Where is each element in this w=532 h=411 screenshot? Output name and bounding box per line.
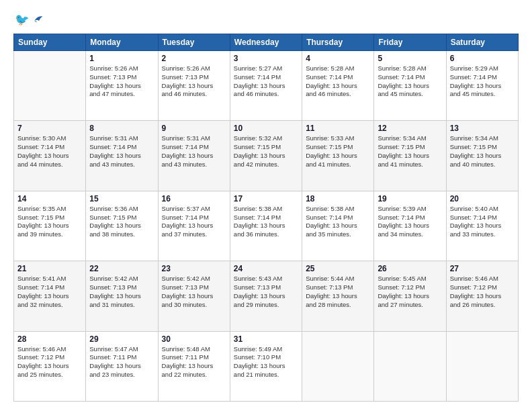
day-number: 9 xyxy=(162,124,226,133)
day-number: 16 xyxy=(162,194,226,203)
weekday-header-wednesday: Wednesday xyxy=(230,34,302,51)
calendar-cell: 15Sunrise: 5:36 AM Sunset: 7:15 PM Dayli… xyxy=(86,191,158,261)
day-info: Sunrise: 5:38 AM Sunset: 7:14 PM Dayligh… xyxy=(306,205,370,239)
day-number: 18 xyxy=(306,194,370,203)
day-info: Sunrise: 5:33 AM Sunset: 7:15 PM Dayligh… xyxy=(306,134,370,169)
calendar-cell: 24Sunrise: 5:43 AM Sunset: 7:13 PM Dayli… xyxy=(230,261,302,331)
calendar-cell: 6Sunrise: 5:29 AM Sunset: 7:14 PM Daylig… xyxy=(446,51,518,121)
svg-text:🐦: 🐦 xyxy=(15,12,28,27)
weekday-header-sunday: Sunday xyxy=(14,34,86,51)
day-info: Sunrise: 5:41 AM Sunset: 7:14 PM Dayligh… xyxy=(17,275,82,309)
day-info: Sunrise: 5:31 AM Sunset: 7:14 PM Dayligh… xyxy=(162,134,226,169)
calendar-cell: 7Sunrise: 5:30 AM Sunset: 7:14 PM Daylig… xyxy=(14,121,86,191)
day-info: Sunrise: 5:31 AM Sunset: 7:14 PM Dayligh… xyxy=(89,134,154,169)
calendar-cell: 9Sunrise: 5:31 AM Sunset: 7:14 PM Daylig… xyxy=(158,121,230,191)
logo-bird-shape xyxy=(31,13,44,26)
day-info: Sunrise: 5:49 AM Sunset: 7:10 PM Dayligh… xyxy=(234,345,298,379)
day-number: 1 xyxy=(89,54,154,63)
day-info: Sunrise: 5:32 AM Sunset: 7:15 PM Dayligh… xyxy=(234,134,298,169)
day-number: 22 xyxy=(89,264,154,273)
calendar-cell: 29Sunrise: 5:47 AM Sunset: 7:11 PM Dayli… xyxy=(86,331,158,401)
day-info: Sunrise: 5:26 AM Sunset: 7:13 PM Dayligh… xyxy=(89,64,154,99)
day-number: 26 xyxy=(378,264,442,273)
calendar-cell: 16Sunrise: 5:37 AM Sunset: 7:14 PM Dayli… xyxy=(158,191,230,261)
day-number: 17 xyxy=(234,194,298,203)
calendar-week-row: 21Sunrise: 5:41 AM Sunset: 7:14 PM Dayli… xyxy=(14,261,519,331)
calendar-cell: 2Sunrise: 5:26 AM Sunset: 7:13 PM Daylig… xyxy=(158,51,230,121)
day-info: Sunrise: 5:40 AM Sunset: 7:14 PM Dayligh… xyxy=(450,205,515,239)
day-number: 11 xyxy=(306,124,370,133)
day-number: 19 xyxy=(378,194,442,203)
day-number: 29 xyxy=(89,334,154,344)
calendar-cell: 18Sunrise: 5:38 AM Sunset: 7:14 PM Dayli… xyxy=(302,191,374,261)
day-number: 30 xyxy=(162,334,226,344)
day-info: Sunrise: 5:39 AM Sunset: 7:14 PM Dayligh… xyxy=(378,205,442,239)
day-info: Sunrise: 5:26 AM Sunset: 7:13 PM Dayligh… xyxy=(162,64,226,99)
calendar-cell: 13Sunrise: 5:34 AM Sunset: 7:15 PM Dayli… xyxy=(446,121,518,191)
day-info: Sunrise: 5:37 AM Sunset: 7:14 PM Dayligh… xyxy=(162,205,226,239)
day-info: Sunrise: 5:34 AM Sunset: 7:15 PM Dayligh… xyxy=(450,134,515,169)
calendar-cell: 14Sunrise: 5:35 AM Sunset: 7:15 PM Dayli… xyxy=(14,191,86,261)
calendar-cell: 25Sunrise: 5:44 AM Sunset: 7:13 PM Dayli… xyxy=(302,261,374,331)
day-info: Sunrise: 5:48 AM Sunset: 7:11 PM Dayligh… xyxy=(162,345,226,379)
calendar-week-row: 7Sunrise: 5:30 AM Sunset: 7:14 PM Daylig… xyxy=(14,121,519,191)
calendar-week-row: 14Sunrise: 5:35 AM Sunset: 7:15 PM Dayli… xyxy=(14,191,519,261)
day-number: 7 xyxy=(17,124,82,133)
day-number: 14 xyxy=(17,194,82,203)
calendar-cell: 12Sunrise: 5:34 AM Sunset: 7:15 PM Dayli… xyxy=(374,121,446,191)
weekday-header-friday: Friday xyxy=(374,34,446,51)
weekday-header-tuesday: Tuesday xyxy=(158,34,230,51)
day-info: Sunrise: 5:38 AM Sunset: 7:14 PM Dayligh… xyxy=(234,205,298,239)
calendar-week-row: 28Sunrise: 5:46 AM Sunset: 7:12 PM Dayli… xyxy=(14,331,519,401)
day-number: 5 xyxy=(378,54,442,63)
logo: 🐦 xyxy=(13,12,44,27)
day-info: Sunrise: 5:34 AM Sunset: 7:15 PM Dayligh… xyxy=(378,134,442,169)
day-number: 13 xyxy=(450,124,515,133)
day-number: 4 xyxy=(306,54,370,63)
day-number: 12 xyxy=(378,124,442,133)
day-info: Sunrise: 5:28 AM Sunset: 7:14 PM Dayligh… xyxy=(378,64,442,99)
calendar-cell xyxy=(446,331,518,401)
day-number: 27 xyxy=(450,264,515,273)
calendar-cell: 4Sunrise: 5:28 AM Sunset: 7:14 PM Daylig… xyxy=(302,51,374,121)
calendar-cell: 8Sunrise: 5:31 AM Sunset: 7:14 PM Daylig… xyxy=(86,121,158,191)
day-info: Sunrise: 5:46 AM Sunset: 7:12 PM Dayligh… xyxy=(450,275,515,309)
day-info: Sunrise: 5:36 AM Sunset: 7:15 PM Dayligh… xyxy=(89,205,154,239)
calendar-cell: 30Sunrise: 5:48 AM Sunset: 7:11 PM Dayli… xyxy=(158,331,230,401)
calendar-cell xyxy=(374,331,446,401)
weekday-header-thursday: Thursday xyxy=(302,34,374,51)
calendar-cell: 26Sunrise: 5:45 AM Sunset: 7:12 PM Dayli… xyxy=(374,261,446,331)
day-number: 21 xyxy=(17,264,82,273)
day-number: 28 xyxy=(17,334,82,344)
day-number: 23 xyxy=(162,264,226,273)
day-info: Sunrise: 5:47 AM Sunset: 7:11 PM Dayligh… xyxy=(89,345,154,379)
calendar-cell: 10Sunrise: 5:32 AM Sunset: 7:15 PM Dayli… xyxy=(230,121,302,191)
calendar-cell: 21Sunrise: 5:41 AM Sunset: 7:14 PM Dayli… xyxy=(14,261,86,331)
calendar-cell: 11Sunrise: 5:33 AM Sunset: 7:15 PM Dayli… xyxy=(302,121,374,191)
day-number: 25 xyxy=(306,264,370,273)
day-info: Sunrise: 5:30 AM Sunset: 7:14 PM Dayligh… xyxy=(17,134,82,169)
day-number: 2 xyxy=(162,54,226,63)
day-info: Sunrise: 5:42 AM Sunset: 7:13 PM Dayligh… xyxy=(89,275,154,309)
calendar-week-row: 1Sunrise: 5:26 AM Sunset: 7:13 PM Daylig… xyxy=(14,51,519,121)
calendar-cell: 28Sunrise: 5:46 AM Sunset: 7:12 PM Dayli… xyxy=(14,331,86,401)
calendar-cell: 22Sunrise: 5:42 AM Sunset: 7:13 PM Dayli… xyxy=(86,261,158,331)
day-number: 3 xyxy=(234,54,298,63)
calendar-cell xyxy=(14,51,86,121)
calendar-cell xyxy=(302,331,374,401)
day-info: Sunrise: 5:35 AM Sunset: 7:15 PM Dayligh… xyxy=(17,205,82,239)
weekday-header-row: SundayMondayTuesdayWednesdayThursdayFrid… xyxy=(14,34,519,51)
day-info: Sunrise: 5:42 AM Sunset: 7:13 PM Dayligh… xyxy=(162,275,226,309)
day-number: 31 xyxy=(234,334,298,344)
day-info: Sunrise: 5:28 AM Sunset: 7:14 PM Dayligh… xyxy=(306,64,370,99)
header: 🐦 xyxy=(13,12,519,27)
calendar-table: SundayMondayTuesdayWednesdayThursdayFrid… xyxy=(13,34,519,402)
calendar-cell: 27Sunrise: 5:46 AM Sunset: 7:12 PM Dayli… xyxy=(446,261,518,331)
day-info: Sunrise: 5:45 AM Sunset: 7:12 PM Dayligh… xyxy=(378,275,442,309)
calendar-cell: 17Sunrise: 5:38 AM Sunset: 7:14 PM Dayli… xyxy=(230,191,302,261)
day-info: Sunrise: 5:27 AM Sunset: 7:14 PM Dayligh… xyxy=(234,64,298,99)
calendar-cell: 1Sunrise: 5:26 AM Sunset: 7:13 PM Daylig… xyxy=(86,51,158,121)
day-info: Sunrise: 5:44 AM Sunset: 7:13 PM Dayligh… xyxy=(306,275,370,309)
day-info: Sunrise: 5:29 AM Sunset: 7:14 PM Dayligh… xyxy=(450,64,515,99)
day-number: 6 xyxy=(450,54,515,63)
